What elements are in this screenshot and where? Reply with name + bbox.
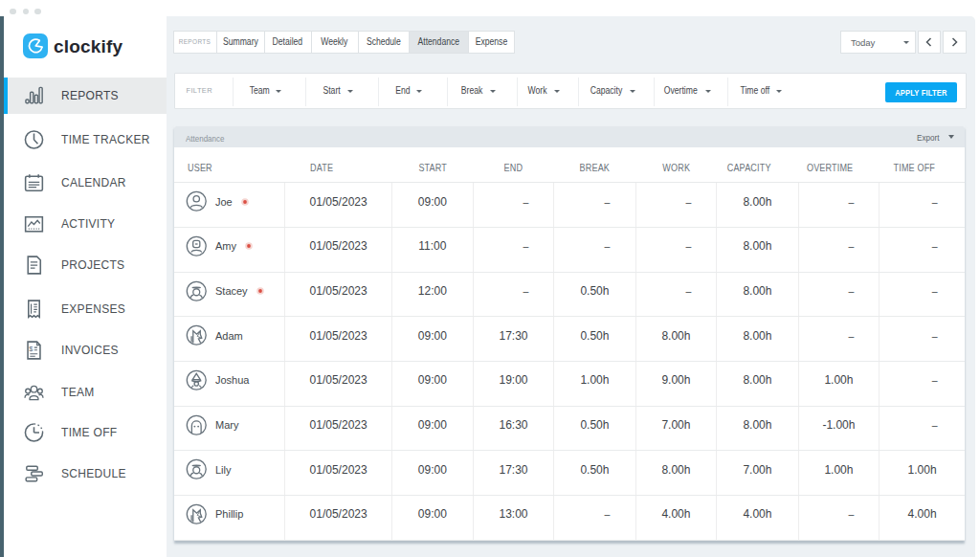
svg-text:$: $ bbox=[29, 345, 33, 353]
